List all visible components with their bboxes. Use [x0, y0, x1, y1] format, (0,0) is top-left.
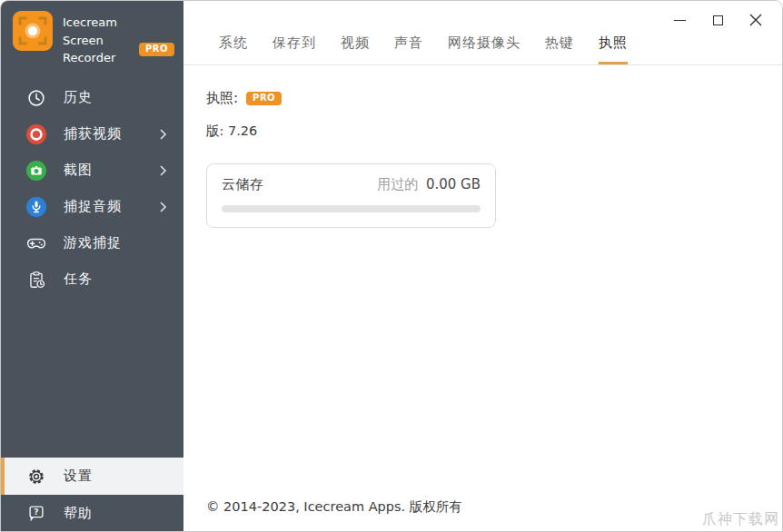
chevron-right-icon — [158, 202, 169, 212]
app-logo-icon — [13, 11, 53, 54]
tab-save-to[interactable]: 保存到 — [273, 34, 316, 64]
sidebar-menu: 历史 捕获视频 — [1, 80, 183, 298]
license-pro-badge: PRO — [246, 92, 282, 105]
pro-badge: PRO — [139, 43, 174, 56]
record-icon — [25, 123, 47, 145]
storage-used-label: 用过的 — [377, 176, 418, 192]
cloud-storage-card: 云储存 用过的 0.00 GB — [206, 163, 496, 228]
app-window: Icecream Screen Recorder PRO 历史 — [0, 0, 783, 532]
app-title: Icecream Screen Recorder PRO — [63, 11, 174, 67]
sidebar-item-label: 捕捉音频 — [64, 198, 158, 215]
version-text: 版: 7.26 — [206, 123, 782, 140]
microphone-icon — [25, 196, 47, 218]
sidebar-item-label: 截图 — [64, 162, 158, 179]
gamepad-icon — [25, 232, 47, 254]
sidebar-item-capture-video[interactable]: 捕获视频 — [1, 116, 183, 153]
sidebar-item-label: 历史 — [64, 89, 169, 106]
sidebar-bottom: 设置 ? 帮助 — [1, 458, 183, 531]
app-brand: Icecream Screen Recorder PRO — [1, 1, 183, 67]
sidebar-item-settings[interactable]: 设置 — [1, 458, 183, 495]
chevron-right-icon — [158, 129, 169, 140]
storage-used-text: 用过的 0.00 GB — [377, 176, 481, 193]
license-panel: 执照: PRO 版: 7.26 云储存 用过的 0.00 GB © 2014-2… — [183, 65, 782, 531]
svg-text:?: ? — [34, 507, 38, 517]
camera-icon — [25, 160, 47, 182]
sidebar-item-history[interactable]: 历史 — [1, 80, 183, 116]
sidebar-item-tasks[interactable]: 任务 — [1, 261, 183, 298]
clock-icon — [25, 87, 47, 109]
tab-hotkeys[interactable]: 热键 — [545, 34, 574, 64]
cloud-storage-title: 云储存 — [222, 176, 264, 193]
sidebar-item-capture-audio[interactable]: 捕捉音频 — [1, 189, 183, 225]
copyright-text: © 2014-2023, Icecream Apps. 版权所有 — [206, 498, 462, 516]
settings-tabbar: 系统 保存到 视频 声音 网络摄像头 热键 执照 — [183, 1, 782, 65]
content-area: 系统 保存到 视频 声音 网络摄像头 热键 执照 执照: PRO 版: 7.26… — [183, 1, 782, 531]
app-title-line2: Screen Recorder — [63, 32, 133, 67]
sidebar-item-game-capture[interactable]: 游戏捕捉 — [1, 225, 183, 261]
storage-progress-bar — [222, 205, 481, 212]
sidebar-item-label: 捕获视频 — [64, 125, 158, 143]
license-label: 执照: — [206, 90, 238, 107]
tab-license[interactable]: 执照 — [599, 34, 628, 64]
chevron-right-icon — [158, 165, 169, 176]
tab-webcam[interactable]: 网络摄像头 — [448, 34, 520, 64]
watermark-text: 爪神下载网 — [702, 510, 779, 529]
app-title-line1: Icecream — [63, 15, 117, 29]
tab-system[interactable]: 系统 — [219, 34, 248, 64]
sidebar-item-label: 游戏捕捉 — [64, 234, 169, 251]
sidebar-item-label: 任务 — [64, 271, 169, 288]
tab-audio[interactable]: 声音 — [394, 34, 423, 64]
sidebar-item-help[interactable]: ? 帮助 — [1, 495, 183, 531]
tab-video[interactable]: 视频 — [341, 34, 370, 64]
help-icon: ? — [25, 502, 47, 524]
sidebar-item-screenshot[interactable]: 截图 — [1, 153, 183, 189]
gear-icon — [25, 466, 47, 488]
license-status-row: 执照: PRO — [206, 90, 782, 107]
sidebar-item-label: 帮助 — [64, 505, 169, 522]
sidebar-item-label: 设置 — [64, 468, 169, 485]
tasks-icon — [25, 269, 47, 291]
sidebar: Icecream Screen Recorder PRO 历史 — [1, 1, 183, 531]
storage-used-value: 0.00 GB — [426, 176, 481, 192]
